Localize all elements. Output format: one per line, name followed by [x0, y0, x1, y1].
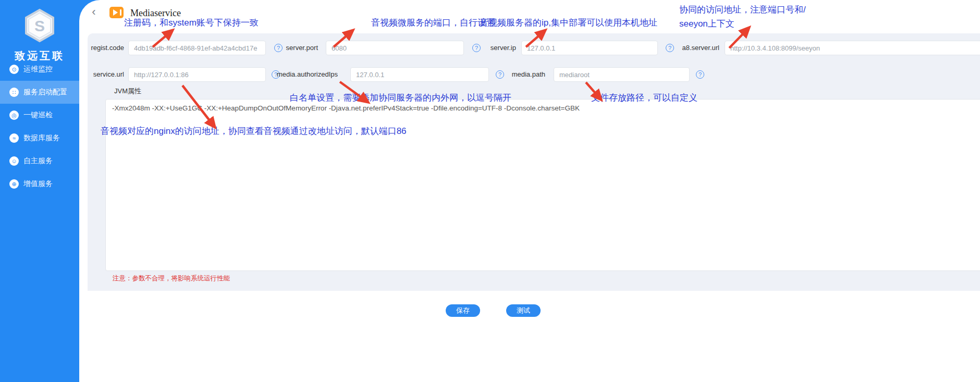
hexagon-logo-icon: S — [23, 8, 56, 43]
svg-text:S: S — [34, 17, 45, 34]
sidebar-item-label: 服务启动配置 — [23, 88, 67, 97]
service-url-label: service.url — [79, 67, 124, 82]
sidebar-item-label: 自主服务 — [23, 156, 53, 166]
video-camera-icon — [109, 7, 124, 18]
sidebar-item-label: 运维监控 — [23, 65, 53, 74]
sidebar-item-ops-monitor[interactable]: ⊙ 运维监控 — [0, 58, 79, 81]
value-added-icon: ⊕ — [9, 179, 19, 189]
a8-server-url-label: a8.server.url — [667, 41, 719, 55]
sidebar-item-label: 增值服务 — [23, 179, 53, 189]
performance-warning-text: 注意：参数不合理，将影响系统运行性能 — [113, 274, 230, 283]
server-ip-input[interactable] — [521, 41, 658, 55]
server-port-label: server.port — [266, 41, 318, 55]
server-port-input[interactable] — [326, 41, 464, 55]
help-icon[interactable]: ? — [696, 70, 704, 79]
play-triangle-icon — [113, 9, 118, 16]
a8-server-url-input[interactable] — [725, 41, 980, 55]
brand-logo: S — [0, 8, 79, 45]
sidebar-item-database-service[interactable]: ≈ 数据库服务 — [0, 127, 79, 150]
server-ip-label: server.ip — [464, 41, 516, 55]
jvm-properties-label: JVM属性 — [114, 87, 141, 96]
annotation-server-ip: 音视频服务器的ip,集中部署可以使用本机地址 — [480, 16, 657, 30]
save-button[interactable]: 保存 — [446, 304, 480, 317]
sidebar-nav: ⊙ 运维监控 ∷ 服务启动配置 ◎ 一键巡检 ≈ 数据库服务 ☺ 自主服务 ⊕ … — [0, 58, 79, 195]
config-panel: regist.code ? server.port ? server.ip ? … — [88, 33, 980, 291]
annotation-a8-server-url: 协同的访问地址，注意端口号和/ seeyon上下文 — [679, 3, 806, 31]
media-path-label: media.path — [493, 67, 545, 82]
test-button[interactable]: 测试 — [506, 304, 541, 317]
sidebar-item-self-service[interactable]: ☺ 自主服务 — [0, 150, 79, 172]
media-path-input[interactable] — [554, 67, 690, 82]
service-config-icon: ∷ — [9, 88, 19, 97]
annotation-server-port: 音视频微服务的端口，自行设置 — [371, 16, 495, 30]
sidebar-item-one-key-inspection[interactable]: ◎ 一键巡检 — [0, 104, 79, 127]
annotation-nginx-url: 音视频对应的nginx的访问地址，协同查看音视频通过改地址访问，默认端口86 — [101, 124, 407, 138]
inspection-icon: ◎ — [9, 110, 19, 120]
service-url-input[interactable] — [128, 67, 266, 82]
sidebar-item-label: 数据库服务 — [23, 133, 60, 143]
camera-bar-icon — [120, 9, 121, 16]
media-authorizedips-label: media.authorizedIps — [275, 67, 338, 82]
database-icon: ≈ — [9, 133, 19, 143]
annotation-regist-code: 注册码，和system账号下保持一致 — [124, 16, 259, 30]
regist-code-label: regist.code — [82, 41, 124, 55]
sidebar-item-service-start-config[interactable]: ∷ 服务启动配置 — [0, 81, 79, 104]
self-service-icon: ☺ — [9, 156, 19, 166]
regist-code-input[interactable] — [128, 41, 266, 55]
sidebar-item-label: 一键巡检 — [23, 110, 53, 120]
annotation-whitelist: 白名单设置，需要添加协同服务器的内外网，以逗号隔开 — [290, 91, 511, 105]
sidebar: S 致远互联 ⊙ 运维监控 ∷ 服务启动配置 ◎ 一键巡检 ≈ 数据库服务 ☺ — [0, 0, 79, 382]
back-button[interactable]: ‹ — [89, 5, 99, 19]
page: S 致远互联 ⊙ 运维监控 ∷ 服务启动配置 ◎ 一键巡检 ≈ 数据库服务 ☺ — [0, 0, 980, 382]
main-content: ‹ Mediaservice regist.code ? server.port… — [79, 0, 980, 382]
ops-monitor-icon: ⊙ — [9, 65, 19, 74]
sidebar-item-value-added-service[interactable]: ⊕ 增值服务 — [0, 172, 79, 195]
annotation-media-path: 文件存放路径，可以自定义 — [591, 91, 697, 105]
media-authorizedips-input[interactable] — [350, 67, 489, 82]
